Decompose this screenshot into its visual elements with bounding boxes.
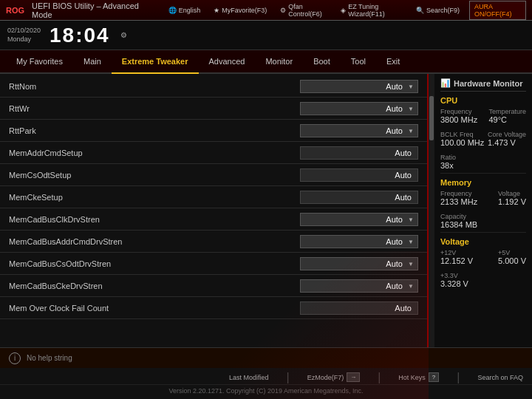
tuning-icon: ◈ bbox=[341, 7, 346, 14]
qfan-btn[interactable]: ⚙ Qfan Control(F6) bbox=[276, 1, 331, 20]
search-faq-btn[interactable]: Search on FAQ bbox=[477, 374, 523, 381]
nav-boot[interactable]: Boot bbox=[303, 50, 341, 74]
memcsodtsetup-value: Auto bbox=[300, 168, 418, 182]
setting-memaddrcmdsetup[interactable]: MemAddrCmdSetup Auto bbox=[0, 142, 427, 164]
volt-5-label: +5V bbox=[498, 249, 526, 256]
star-icon: ★ bbox=[214, 7, 219, 14]
setting-memcadbusaddrcmddrvstren[interactable]: MemCadBusAddrCmdDrvStren Auto bbox=[0, 231, 427, 253]
qfan-label: Qfan Control(F6) bbox=[288, 3, 327, 18]
mem-freq-row: Frequency 2133 MHz Voltage 1.192 V bbox=[440, 190, 526, 211]
ez-tuning-btn[interactable]: ◈ EZ Tuning Wizard(F11) bbox=[337, 1, 406, 20]
memcadbusclkdrvstren-dropdown[interactable]: Auto bbox=[300, 213, 418, 226]
setting-rttpark[interactable]: RttPark Auto bbox=[0, 120, 427, 142]
hot-keys-label: Hot Keys bbox=[398, 374, 426, 381]
footer: Last Modified | EzMode(F7) → | Hot Keys … bbox=[0, 368, 532, 399]
hot-keys-key: ? bbox=[429, 372, 439, 382]
setting-memcadbuscsodtdrvstren[interactable]: MemCadBusCsOdtDrvStren Auto bbox=[0, 253, 427, 275]
volt-33-value: 3.328 V bbox=[440, 279, 526, 288]
cpu-ratio-label: Ratio bbox=[440, 154, 526, 161]
mem-capacity-label: Capacity bbox=[440, 213, 526, 220]
memckesetup-static: Auto bbox=[300, 191, 418, 204]
volt-12-row: +12V 12.152 V +5V 5.000 V bbox=[440, 249, 526, 270]
nav-monitor[interactable]: Monitor bbox=[255, 50, 303, 74]
nav-extreme-tweaker[interactable]: Extreme Tweaker bbox=[112, 50, 199, 74]
cpu-corevolt-label: Core Voltage bbox=[488, 131, 526, 138]
date-section: 02/10/2020 Monday bbox=[7, 27, 41, 44]
last-modified-item: Last Modified bbox=[229, 374, 269, 381]
nav-bar: My Favorites Main Extreme Tweaker Advanc… bbox=[0, 50, 532, 74]
memcadbuscsodtdrvstren-label: MemCadBusCsOdtDrvStren bbox=[9, 259, 300, 268]
rttnorm-dropdown[interactable]: Auto bbox=[300, 80, 418, 93]
ez-tuning-label: EZ Tuning Wizard(F11) bbox=[348, 3, 403, 18]
hot-keys-item[interactable]: Hot Keys ? bbox=[398, 372, 439, 382]
memoverclockfailcount-static: Auto bbox=[300, 301, 418, 315]
memoverclockfailcount-label: Mem Over Clock Fail Count bbox=[9, 304, 300, 313]
rttnorm-label: RttNom bbox=[9, 82, 300, 91]
ez-mode-label: EzMode(F7) bbox=[307, 374, 344, 381]
aura-btn[interactable]: AURA ON/OFF(F4) bbox=[469, 1, 526, 20]
search-icon: 🔍 bbox=[416, 7, 424, 14]
cpu-section-title: CPU bbox=[440, 96, 526, 105]
memcadbuscsodtdrvstren-dropdown[interactable]: Auto bbox=[300, 257, 418, 270]
nav-tool[interactable]: Tool bbox=[341, 50, 376, 74]
setting-rttnorm[interactable]: RttNom Auto bbox=[0, 75, 427, 98]
search-faq-label: Search on FAQ bbox=[477, 374, 523, 381]
memcadbusckdrvstren-label: MemCadBusCkeDrvStren bbox=[9, 282, 300, 290]
cpu-freq-row: Frequency 3800 MHz Temperature 49°C bbox=[440, 108, 526, 129]
nav-my-favorites[interactable]: My Favorites bbox=[6, 50, 73, 74]
time-display: 18:04 bbox=[50, 24, 110, 47]
rttwr-dropdown[interactable]: Auto bbox=[300, 102, 418, 115]
memcadbusaddrcmddrvstren-dropdown[interactable]: Auto bbox=[300, 235, 418, 248]
status-bar: i No help string bbox=[0, 347, 532, 368]
hw-panel-title: 📊 Hardware Monitor bbox=[440, 78, 526, 92]
setting-memcsodtsetup[interactable]: MemCsOdtSetup Auto bbox=[0, 164, 427, 186]
status-text: No help string bbox=[27, 354, 72, 362]
cpu-ratio-row: Ratio 38x bbox=[440, 154, 526, 170]
search-btn[interactable]: 🔍 Search(F9) bbox=[412, 4, 463, 16]
scroll-bar[interactable] bbox=[429, 74, 434, 347]
cpu-corevolt-value: 1.473 V bbox=[488, 138, 526, 147]
bios-title: UEFI BIOS Utility – Advanced Mode bbox=[32, 1, 150, 19]
memcadbuscsodtdrvstren-value[interactable]: Auto bbox=[300, 256, 418, 270]
setting-rttwr[interactable]: RttWr Auto bbox=[0, 98, 427, 120]
memory-section-title: Memory bbox=[440, 178, 526, 187]
nav-exit[interactable]: Exit bbox=[376, 50, 410, 74]
time-gear-icon[interactable]: ⚙ bbox=[120, 31, 127, 39]
mem-divider bbox=[440, 232, 526, 233]
mem-capacity-row: Capacity 16384 MB bbox=[440, 213, 526, 229]
nav-main[interactable]: Main bbox=[73, 50, 112, 74]
nav-advanced[interactable]: Advanced bbox=[199, 50, 256, 74]
aura-label: AURA ON/OFF(F4) bbox=[474, 3, 521, 18]
rttwr-value[interactable]: Auto bbox=[300, 101, 418, 115]
settings-panel: RttNom Auto RttWr Auto RttPark Auto MemA… bbox=[0, 74, 429, 347]
mem-freq-value: 2133 MHz bbox=[440, 197, 477, 206]
english-selector[interactable]: 🌐 English bbox=[165, 4, 205, 16]
rttpark-value[interactable]: Auto bbox=[300, 123, 418, 137]
cpu-ratio-value: 38x bbox=[440, 161, 526, 170]
settings-list: RttNom Auto RttWr Auto RttPark Auto MemA… bbox=[0, 74, 427, 321]
setting-memckesetup[interactable]: MemCkeSetup Auto bbox=[0, 186, 427, 208]
ez-mode-btn[interactable]: EzMode(F7) → bbox=[307, 372, 361, 382]
setting-memoverclockfailcount[interactable]: Mem Over Clock Fail Count Auto bbox=[0, 297, 427, 319]
mem-volt-value: 1.192 V bbox=[498, 197, 526, 206]
header-bar: ROG UEFI BIOS Utility – Advanced Mode 🌐 … bbox=[0, 0, 532, 21]
rttpark-dropdown[interactable]: Auto bbox=[300, 124, 418, 137]
myfavorites-btn[interactable]: ★ MyFavorite(F3) bbox=[210, 4, 270, 16]
mem-volt-label: Voltage bbox=[498, 190, 526, 197]
main-content: RttNom Auto RttWr Auto RttPark Auto MemA… bbox=[0, 74, 532, 347]
memcsodtsetup-label: MemCsOdtSetup bbox=[9, 171, 300, 180]
footer-top: Last Modified | EzMode(F7) → | Hot Keys … bbox=[0, 370, 532, 385]
memcadbusckdrvstren-value[interactable]: Auto bbox=[300, 279, 418, 293]
hardware-monitor-panel: 📊 Hardware Monitor CPU Frequency 3800 MH… bbox=[434, 74, 532, 347]
day-display: Monday bbox=[7, 35, 41, 44]
memcadbusclkdrvstren-value[interactable]: Auto bbox=[300, 212, 418, 226]
globe-icon: 🌐 bbox=[168, 7, 177, 14]
scroll-thumb[interactable] bbox=[429, 96, 434, 140]
memcadbusckdrvstren-dropdown[interactable]: Auto bbox=[300, 279, 418, 293]
memcadbusaddrcmddrvstren-value[interactable]: Auto bbox=[300, 234, 418, 248]
fan-icon: ⚙ bbox=[280, 7, 286, 14]
footer-copyright: Version 2.20.1271. Copyright (C) 2019 Am… bbox=[0, 385, 532, 397]
setting-memcadbusclkdrvstren[interactable]: MemCadBusClkDrvStren Auto bbox=[0, 208, 427, 231]
setting-memcadbusckdrvstren[interactable]: MemCadBusCkeDrvStren Auto bbox=[0, 275, 427, 297]
rttnorm-value[interactable]: Auto bbox=[300, 79, 418, 93]
